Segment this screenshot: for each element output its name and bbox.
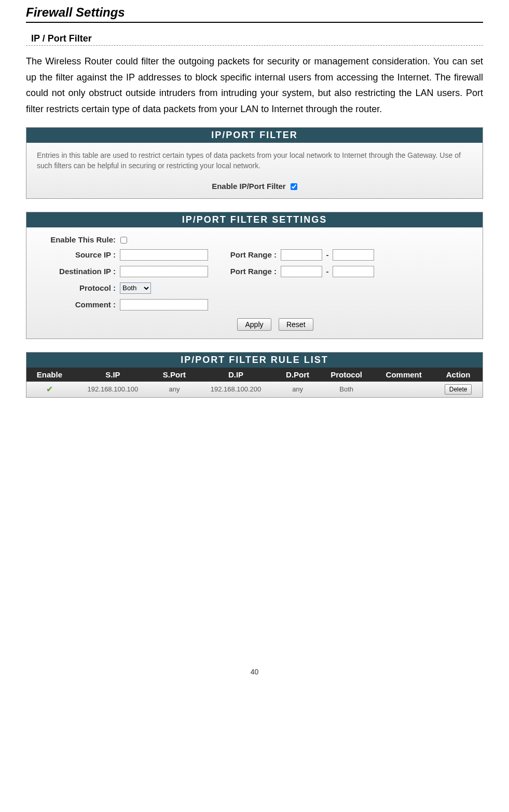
dash: -	[322, 267, 333, 276]
destination-ip-label: Destination IP :	[37, 267, 120, 276]
divider	[26, 45, 483, 46]
src-port-range-start-input[interactable]	[281, 249, 322, 261]
dst-port-range-label: Port Range :	[208, 267, 281, 276]
enable-filter-checkbox[interactable]	[291, 183, 297, 190]
panel-description: Entries in this table are used to restri…	[37, 151, 472, 171]
cell-sip: 192.168.100.100	[73, 382, 153, 397]
body-paragraph: The Wireless Router could filter the out…	[26, 53, 483, 117]
dst-port-range-start-input[interactable]	[281, 266, 322, 277]
check-icon: ✔	[46, 385, 53, 394]
ip-port-filter-settings-panel: IP/PORT FILTER SETTINGS Enable This Rule…	[26, 212, 483, 339]
apply-button[interactable]: Apply	[237, 318, 271, 331]
protocol-select[interactable]: Both	[120, 282, 151, 294]
enable-rule-label: Enable This Rule:	[37, 235, 116, 244]
page-number: 40	[26, 668, 483, 676]
destination-ip-input[interactable]	[120, 266, 208, 277]
src-port-range-label: Port Range :	[208, 250, 281, 259]
cell-comment	[374, 382, 434, 397]
col-dport: D.Port	[276, 368, 319, 382]
col-action: Action	[434, 368, 483, 382]
col-sport: S.Port	[153, 368, 196, 382]
comment-label: Comment :	[37, 300, 120, 309]
ip-port-filter-panel: IP/PORT FILTER Entries in this table are…	[26, 127, 483, 198]
page-heading: Firewall Settings	[26, 5, 483, 23]
protocol-label: Protocol :	[37, 283, 120, 292]
cell-dport: any	[276, 382, 319, 397]
cell-dip: 192.168.100.200	[196, 382, 276, 397]
section-title: IP / Port Filter	[26, 33, 483, 44]
enable-filter-label: Enable IP/Port Filter	[212, 182, 286, 191]
panel-title: IP/PORT FILTER	[26, 128, 483, 143]
rule-list-table: Enable S.IP S.Port D.IP D.Port Protocol …	[26, 368, 483, 397]
enable-rule-checkbox[interactable]	[120, 237, 127, 243]
panel-title: IP/PORT FILTER RULE LIST	[26, 353, 483, 368]
table-header-row: Enable S.IP S.Port D.IP D.Port Protocol …	[26, 368, 483, 382]
col-sip: S.IP	[73, 368, 153, 382]
dst-port-range-end-input[interactable]	[333, 266, 374, 277]
delete-button[interactable]: Delete	[445, 384, 472, 395]
panel-title: IP/PORT FILTER SETTINGS	[26, 212, 483, 227]
dash: -	[322, 250, 333, 259]
comment-input[interactable]	[120, 299, 208, 310]
src-port-range-end-input[interactable]	[333, 249, 374, 261]
rule-list-panel: IP/PORT FILTER RULE LIST Enable S.IP S.P…	[26, 352, 483, 398]
col-protocol: Protocol	[319, 368, 374, 382]
col-enable: Enable	[26, 368, 73, 382]
cell-sport: any	[153, 382, 196, 397]
reset-button[interactable]: Reset	[279, 318, 313, 331]
cell-protocol: Both	[319, 382, 374, 397]
col-dip: D.IP	[196, 368, 276, 382]
table-row: ✔ 192.168.100.100 any 192.168.100.200 an…	[26, 382, 483, 397]
col-comment: Comment	[374, 368, 434, 382]
source-ip-label: Source IP :	[37, 250, 120, 259]
source-ip-input[interactable]	[120, 249, 208, 261]
